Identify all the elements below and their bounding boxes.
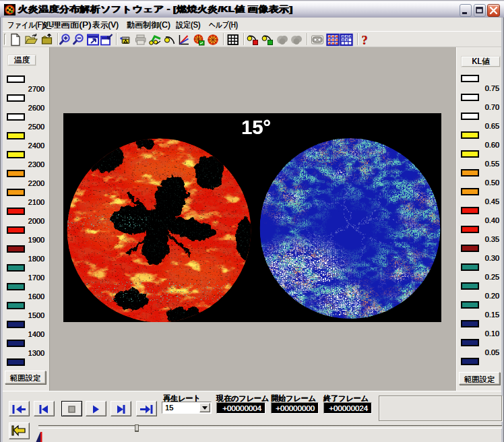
svg-text:?: ? <box>362 34 368 47</box>
